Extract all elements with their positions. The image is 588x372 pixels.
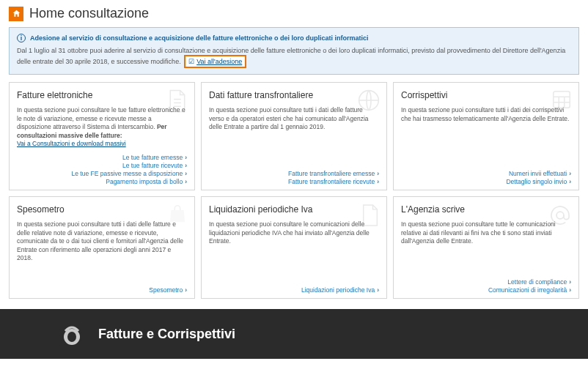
card-title: Dati fatture transfrontaliere <box>209 90 379 100</box>
document-icon <box>166 89 188 114</box>
card-links: Lettere di compliance› Comunicazioni di … <box>401 278 571 294</box>
card-desc: In questa sezione puoi consultare tutti … <box>401 106 571 123</box>
massive-download-link[interactable]: Vai a Consultazioni e download massivi <box>17 140 126 147</box>
footer: Fatture e Corrispettivi <box>0 309 588 359</box>
link-irregolarita[interactable]: Comunicazioni di irregolarità› <box>488 286 571 294</box>
info-icon: i <box>17 34 26 42</box>
svg-point-9 <box>556 212 564 219</box>
link-fatture-emesse[interactable]: Le tue fatture emesse› <box>122 154 187 161</box>
link-dettaglio-invio[interactable]: Dettaglio singolo invio› <box>506 178 571 185</box>
card-desc: In questa sezione puoi consultare tutti … <box>209 106 379 131</box>
card-title: Fatture elettroniche <box>17 90 187 100</box>
link-spesometro[interactable]: Spesometro› <box>149 286 187 294</box>
card-title: Spesometro <box>17 204 187 215</box>
link-trans-emesse[interactable]: Fatture transfrontaliere emesse› <box>288 170 379 177</box>
chevron-right-icon: › <box>569 178 571 185</box>
svg-rect-4 <box>554 92 570 108</box>
card-links: Fatture transfrontaliere emesse› Fatture… <box>209 170 379 185</box>
card-links: Liquidazioni periodiche Iva› <box>209 286 379 294</box>
check-icon: ☑ <box>188 58 194 65</box>
info-box: i Adesione al servizio di consultazione … <box>9 27 579 75</box>
bag-icon <box>166 203 188 225</box>
page-icon <box>360 203 381 228</box>
at-icon <box>548 203 573 228</box>
card-title: Corrispettivi <box>401 90 571 100</box>
link-compliance[interactable]: Lettere di compliance› <box>507 278 571 286</box>
link-imposta-bollo[interactable]: Pagamento imposta di bollo› <box>106 178 187 185</box>
card-links: Spesometro› <box>17 286 187 294</box>
card-transfrontaliere: Dati fatture transfrontaliere In questa … <box>201 82 387 190</box>
chevron-right-icon: › <box>569 286 571 294</box>
calculator-icon <box>551 89 573 111</box>
card-links: Numeri invii effettuati› Dettaglio singo… <box>401 170 571 185</box>
card-spesometro: Spesometro In questa sezione puoi consul… <box>9 196 195 299</box>
info-body-text: Dal 1 luglio al 31 ottobre puoi aderire … <box>17 47 565 65</box>
adesione-link[interactable]: Vai all'adesione <box>196 58 242 65</box>
card-desc: In questa sezione puoi consultare tutti … <box>17 220 187 262</box>
page-title: Home consultazione <box>29 6 149 21</box>
chevron-right-icon: › <box>185 178 187 185</box>
link-numeri-invii[interactable]: Numeri invii effettuati› <box>509 170 571 177</box>
card-liquidazioni: Liquidazioni periodiche Iva In questa se… <box>201 196 387 299</box>
link-liquidazioni[interactable]: Liquidazioni periodiche Iva› <box>301 286 379 294</box>
card-desc: In questa sezione puoi consultare le com… <box>209 220 379 245</box>
chevron-right-icon: › <box>185 154 187 161</box>
chevron-right-icon: › <box>569 170 571 177</box>
footer-title: Fatture e Corrispettivi <box>98 327 235 342</box>
footer-logo-icon <box>59 321 85 347</box>
chevron-right-icon: › <box>569 278 571 286</box>
home-icon <box>9 7 23 21</box>
chevron-right-icon: › <box>185 170 187 177</box>
cards-grid: Fatture elettroniche In questa sezione p… <box>9 82 579 299</box>
card-fatture-elettroniche: Fatture elettroniche In questa sezione p… <box>9 82 195 190</box>
chevron-right-icon: › <box>377 170 379 177</box>
card-desc: In questa sezione puoi consultare tutte … <box>401 220 571 245</box>
link-fatture-ricevute[interactable]: Le tue fatture ricevute› <box>122 162 187 169</box>
chevron-right-icon: › <box>185 286 187 294</box>
link-trans-ricevute[interactable]: Fatture transfrontaliere ricevute› <box>288 178 379 185</box>
chevron-right-icon: › <box>377 286 379 294</box>
info-heading: Adesione al servizio di consultazione e … <box>30 34 369 42</box>
chevron-right-icon: › <box>185 162 187 169</box>
svg-point-11 <box>67 332 76 342</box>
info-body: Dal 1 luglio al 31 ottobre puoi aderire … <box>17 46 571 68</box>
link-fe-passive[interactable]: Le tue FE passive messe a disposizione› <box>71 170 187 177</box>
card-corrispettivi: Corrispettivi In questa sezione puoi con… <box>393 82 579 190</box>
chevron-right-icon: › <box>377 178 379 185</box>
info-heading-row: i Adesione al servizio di consultazione … <box>17 34 571 42</box>
title-row: Home consultazione <box>9 6 579 21</box>
card-title: Liquidazioni periodiche Iva <box>209 204 379 215</box>
card-title: L'Agenzia scrive <box>401 204 571 215</box>
card-desc: In questa sezione puoi consultare le tue… <box>17 106 187 148</box>
card-agenzia-scrive: L'Agenzia scrive In questa sezione puoi … <box>393 196 579 299</box>
adesione-link-box: ☑Vai all'adesione <box>184 55 246 68</box>
globe-icon <box>357 89 381 112</box>
card-links: Le tue fatture emesse› Le tue fatture ri… <box>17 154 187 185</box>
